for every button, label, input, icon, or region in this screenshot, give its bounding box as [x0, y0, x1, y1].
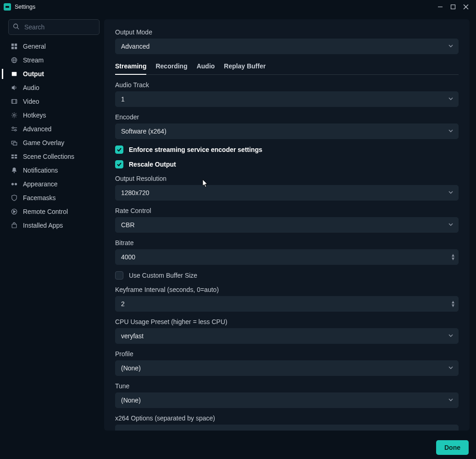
svg-marker-15 [12, 85, 15, 90]
sidebar-item-stream[interactable]: Stream [8, 53, 100, 67]
sidebar-item-game-overlay[interactable]: Game Overlay [8, 136, 100, 150]
search-icon [13, 23, 19, 31]
keyframe-input[interactable]: 2 ▲▼ [115, 296, 459, 312]
select-value: CBR [121, 221, 135, 229]
chevron-down-icon [448, 364, 454, 372]
output-tabs: Streaming Recording Audio Replay Buffer [115, 62, 459, 75]
select-value: veryfast [121, 332, 144, 340]
sidebar-item-label: Game Overlay [23, 139, 64, 146]
select-value: (None) [121, 397, 141, 404]
bitrate-label: Bitrate [115, 239, 459, 246]
output-resolution-label: Output Resolution [115, 175, 459, 182]
close-button[interactable] [459, 0, 472, 13]
svg-rect-28 [11, 155, 14, 157]
svg-rect-8 [15, 44, 17, 46]
svg-rect-30 [11, 157, 14, 159]
bag-icon [10, 222, 18, 229]
cpu-preset-select[interactable]: veryfast [115, 328, 459, 344]
svg-rect-29 [15, 155, 17, 157]
sidebar-item-remote-control[interactable]: Remote Control [8, 205, 100, 218]
custom-buffer-checkbox[interactable] [115, 271, 123, 280]
chevron-down-icon [448, 95, 454, 103]
chevron-down-icon [448, 189, 454, 196]
cpu-preset-label: CPU Usage Preset (higher = less CPU) [115, 318, 459, 325]
sidebar-item-hotkeys[interactable]: Hotkeys [8, 108, 100, 122]
overlay-icon [10, 140, 18, 146]
collections-icon [10, 153, 18, 160]
output-mode-select[interactable]: Advanced [115, 39, 459, 54]
done-button[interactable]: Done [436, 440, 469, 455]
svg-rect-31 [15, 157, 17, 159]
tab-replay-buffer[interactable]: Replay Buffer [224, 62, 266, 74]
tune-label: Tune [115, 382, 459, 390]
sidebar-item-label: Stream [23, 56, 44, 64]
sidebar-item-label: Remote Control [23, 208, 68, 215]
tune-select[interactable]: (None) [115, 392, 459, 408]
sidebar-item-output[interactable]: Output [8, 67, 100, 81]
rate-control-select[interactable]: CBR [115, 217, 459, 233]
select-value: 1 [121, 95, 125, 103]
encoder-select[interactable]: Software (x264) [115, 123, 459, 139]
svg-line-6 [17, 28, 19, 29]
svg-point-33 [11, 183, 14, 185]
spinner-icon[interactable]: ▲▼ [451, 253, 455, 261]
sidebar-item-audio[interactable]: Audio [8, 81, 100, 95]
x264-options-input[interactable] [115, 425, 459, 431]
enforce-checkbox[interactable] [115, 146, 123, 154]
keyframe-label: Keyframe Interval (seconds, 0=auto) [115, 286, 459, 293]
sidebar-item-facemasks[interactable]: Facemasks [8, 191, 100, 205]
svg-rect-10 [15, 47, 17, 49]
sidebar-item-label: Installed Apps [23, 222, 63, 229]
play-circle-icon [10, 208, 18, 215]
audio-track-select[interactable]: 1 [115, 91, 459, 107]
sidebar-item-label: Advanced [23, 125, 51, 133]
svg-point-5 [14, 24, 18, 28]
tab-recording[interactable]: Recording [155, 62, 187, 74]
sidebar-item-installed-apps[interactable]: Installed Apps [8, 218, 100, 232]
maximize-button[interactable] [447, 0, 459, 13]
appearance-icon [10, 181, 18, 187]
svg-point-34 [15, 183, 17, 185]
tab-streaming[interactable]: Streaming [115, 62, 146, 74]
spinner-icon[interactable]: ▲▼ [451, 300, 455, 308]
gear-icon [10, 112, 18, 118]
bitrate-input[interactable]: 4000 ▲▼ [115, 249, 459, 265]
sidebar-item-notifications[interactable]: Notifications [8, 163, 100, 177]
svg-point-20 [12, 127, 14, 129]
audio-track-label: Audio Track [115, 81, 459, 89]
sidebar-item-label: Notifications [23, 167, 58, 174]
sidebar-item-general[interactable]: General [8, 39, 100, 53]
sidebar-item-video[interactable]: Video [8, 95, 100, 108]
svg-rect-0 [6, 6, 9, 8]
globe-icon [10, 57, 18, 63]
tab-audio[interactable]: Audio [197, 62, 215, 74]
bell-icon [10, 167, 18, 174]
select-value: (None) [121, 364, 141, 372]
footer: Done [0, 436, 476, 459]
encoder-label: Encoder [115, 113, 459, 121]
svg-rect-14 [12, 72, 17, 76]
sidebar-item-appearance[interactable]: Appearance [8, 177, 100, 191]
input-value: 2 [121, 300, 125, 308]
input-value: 4000 [121, 253, 135, 261]
rescale-checkbox[interactable] [115, 160, 123, 168]
grid-icon [10, 43, 18, 50]
minimize-button[interactable] [434, 0, 447, 13]
film-icon [10, 98, 18, 105]
chevron-down-icon [448, 221, 454, 229]
chevron-down-icon [448, 128, 454, 135]
sidebar-item-advanced[interactable]: Advanced [8, 122, 100, 136]
sliders-icon [10, 126, 18, 132]
enforce-label: Enforce streaming service encoder settin… [129, 146, 262, 153]
app-icon [4, 3, 11, 11]
sidebar-item-scene-collections[interactable]: Scene Collections [8, 150, 100, 163]
svg-rect-9 [11, 47, 14, 49]
x264-options-label: x264 Options (separated by space) [115, 414, 459, 422]
titlebar: Settings [0, 0, 476, 14]
output-resolution-select[interactable]: 1280x720 [115, 185, 459, 201]
search-input[interactable] [8, 19, 100, 35]
sidebar-item-label: Hotkeys [23, 112, 46, 119]
x264-options-field[interactable] [121, 429, 453, 431]
profile-select[interactable]: (None) [115, 360, 459, 376]
rate-control-label: Rate Control [115, 207, 459, 214]
